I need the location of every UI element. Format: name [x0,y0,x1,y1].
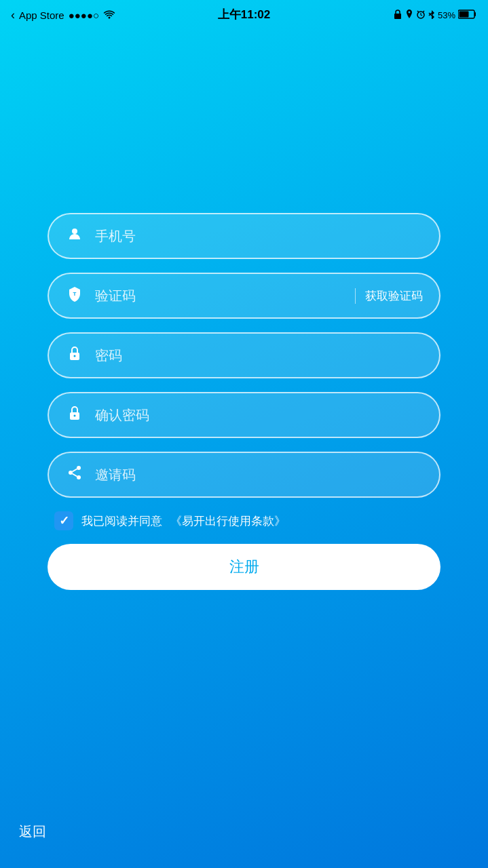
share-icon [65,465,84,485]
svg-point-6 [72,229,77,234]
phone-input[interactable] [95,229,423,244]
get-code-button[interactable]: 获取验证码 [355,288,423,304]
password-field-container [48,332,440,378]
terms-link[interactable]: 《易开出行使用条款》 [170,513,286,529]
lock-confirm-icon [65,405,84,425]
svg-point-9 [74,355,76,357]
back-chevron: ‹ [11,8,15,22]
battery-percent: 53% [438,10,455,20]
svg-point-14 [77,475,81,479]
svg-rect-0 [394,14,401,19]
time-label: 上午11:02 [218,7,270,22]
invite-field-container [48,452,440,498]
status-bar: ‹ App Store ●●●●○ 上午11:02 53% [0,0,488,30]
user-icon [65,226,84,246]
carrier-label: App Store [19,9,64,21]
status-bar-right: 53% [393,9,477,21]
password-input[interactable] [95,348,423,363]
svg-rect-5 [459,11,469,17]
svg-line-16 [73,469,77,472]
lock-status-icon [393,9,402,21]
confirm-password-field-container [48,392,440,438]
main-content: T 获取验证码 [0,30,488,590]
wifi-icon [103,9,115,21]
alarm-icon [416,9,426,21]
code-field-container: T 获取验证码 [48,273,440,319]
checkmark-icon: ✓ [59,513,69,528]
agreement-prefix: 我已阅读并同意 [81,513,162,529]
agreement-row: ✓ 我已阅读并同意 《易开出行使用条款》 [48,511,440,530]
svg-point-13 [69,471,73,475]
status-bar-left: ‹ App Store ●●●●○ [11,8,115,22]
phone-field-container [48,213,440,259]
back-button[interactable]: 返回 [19,823,46,841]
agreement-checkbox[interactable]: ✓ [54,511,73,530]
confirm-password-input[interactable] [95,408,423,423]
lock-icon [65,345,84,366]
svg-line-15 [73,474,77,477]
svg-text:T: T [73,291,77,297]
invite-input[interactable] [95,467,423,483]
code-input[interactable] [95,288,344,304]
battery-icon [458,9,477,21]
svg-point-12 [77,466,81,470]
bluetooth-icon [428,9,435,21]
location-icon [405,9,413,21]
svg-point-11 [74,415,76,417]
signal-dots: ●●●●○ [69,9,99,21]
register-button[interactable]: 注册 [48,544,440,590]
shield-icon: T [65,285,84,306]
